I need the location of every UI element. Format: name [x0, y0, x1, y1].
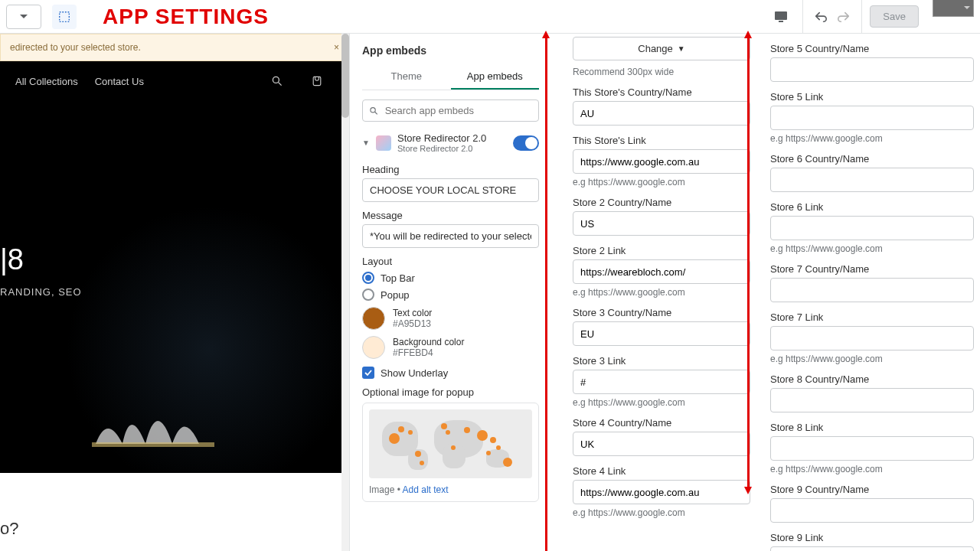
tab-theme[interactable]: Theme — [362, 64, 451, 90]
panel-heading: App embeds — [362, 44, 539, 57]
svg-rect-5 — [92, 442, 214, 447]
svg-line-4 — [279, 83, 282, 86]
show-underlay-checkbox[interactable]: Show Underlay — [362, 367, 539, 379]
store2-name-input[interactable] — [573, 211, 750, 236]
nav-all-collections[interactable]: All Collections — [15, 76, 78, 87]
undo-icon[interactable] — [814, 10, 828, 24]
annotation-arrow-2 — [747, 37, 750, 490]
storefront-preview: All Collections Contact Us |8 RANDING, S… — [0, 61, 349, 473]
store1-name-input[interactable] — [573, 101, 750, 126]
preview-hero-text: |8 — [0, 243, 24, 276]
page-title: APP SETTINGS — [103, 5, 269, 29]
save-button[interactable]: Save — [870, 5, 919, 28]
svg-rect-0 — [60, 11, 70, 21]
section-selector[interactable] — [52, 5, 77, 29]
chevron-down-icon: ▼ — [362, 139, 370, 147]
radio-topbar[interactable]: Top Bar — [362, 272, 539, 284]
svg-point-3 — [273, 77, 279, 83]
annotation-arrow-1 — [545, 37, 547, 551]
redirect-notice-bar: edirected to your selected store. × — [0, 34, 349, 61]
message-label: Message — [362, 210, 539, 221]
preview-scrollbar[interactable] — [341, 34, 349, 551]
store7-link-input[interactable] — [770, 326, 974, 350]
store7-name-input[interactable] — [770, 278, 974, 302]
bg-color-swatch — [362, 336, 385, 359]
text-color-row[interactable]: Text color#A95D13 — [362, 307, 539, 330]
top-toolbar: APP SETTINGS Save — [0, 0, 980, 34]
add-alt-text-link[interactable]: Add alt text — [403, 484, 449, 495]
store3-link-input[interactable] — [573, 370, 750, 394]
svg-rect-2 — [779, 21, 783, 22]
embed-toggle[interactable] — [513, 135, 539, 151]
text-color-swatch — [362, 307, 385, 330]
change-image-button[interactable]: Change▼ — [573, 37, 750, 60]
close-icon[interactable]: × — [334, 42, 339, 53]
embed-app-row[interactable]: ▼ Store Redirector 2.0 Store Redirector … — [362, 132, 539, 153]
store3-name-input[interactable] — [573, 321, 750, 346]
store4-name-input[interactable] — [573, 432, 750, 456]
app-name: Store Redirector 2.0 — [397, 132, 507, 144]
store6-link-input[interactable] — [770, 216, 974, 240]
optimage-label: Optional image for popup — [362, 386, 539, 398]
store1-link-input[interactable] — [573, 149, 750, 174]
store2-link-input[interactable] — [573, 259, 750, 284]
search-icon — [369, 106, 379, 116]
cart-icon[interactable] — [311, 75, 323, 87]
desktop-icon[interactable] — [773, 9, 789, 24]
app-icon — [376, 135, 391, 151]
store4-link-input[interactable] — [573, 480, 750, 504]
search-input[interactable] — [385, 105, 532, 116]
app-embeds-panel: App embeds Theme App embeds ▼ Store Redi… — [349, 34, 551, 551]
unknown-grey-dropdown[interactable] — [933, 0, 974, 17]
heading-input[interactable] — [362, 178, 539, 202]
search-embeds[interactable] — [362, 99, 539, 122]
preview-cutoff-text: o? — [0, 519, 18, 539]
store5-name-input[interactable] — [770, 57, 974, 82]
theme-dropdown[interactable] — [6, 5, 41, 29]
nav-contact-us[interactable]: Contact Us — [95, 76, 144, 87]
store8-link-input[interactable] — [770, 436, 974, 461]
popup-image-card[interactable]: Image • Add alt text — [362, 403, 539, 502]
store9-name-input[interactable] — [770, 498, 974, 523]
recommend-text: Recommend 300px wide — [573, 67, 750, 77]
store9-link-input[interactable] — [770, 546, 974, 551]
store8-name-input[interactable] — [770, 388, 974, 412]
message-input[interactable] — [362, 224, 539, 248]
selector-icon — [57, 10, 71, 24]
stores-column-a: Change▼ Recommend 300px wide This Store'… — [551, 34, 753, 551]
app-vendor: Store Redirector 2.0 — [397, 144, 507, 153]
world-map-image — [369, 409, 532, 478]
store-preview-column: edirected to your selected store. × All … — [0, 34, 349, 551]
svg-rect-1 — [775, 11, 787, 20]
redo-icon[interactable] — [837, 10, 851, 24]
svg-point-6 — [371, 107, 375, 112]
preview-subtext: RANDING, SEO — [0, 286, 82, 298]
sydney-opera-illustration — [92, 390, 214, 452]
store5-link-input[interactable] — [770, 106, 974, 130]
svg-line-7 — [375, 112, 377, 114]
radio-popup[interactable]: Popup — [362, 289, 539, 301]
notice-text: edirected to your selected store. — [10, 42, 141, 53]
layout-label: Layout — [362, 256, 539, 267]
tab-app-embeds[interactable]: App embeds — [451, 64, 540, 90]
store6-name-input[interactable] — [770, 168, 974, 192]
bg-color-row[interactable]: Background color#FFEBD4 — [362, 336, 539, 359]
search-icon[interactable] — [271, 75, 283, 87]
stores-column-b: Store 5 Country/Name Store 5 Link e.g ht… — [753, 34, 980, 551]
heading-label: Heading — [362, 164, 539, 175]
